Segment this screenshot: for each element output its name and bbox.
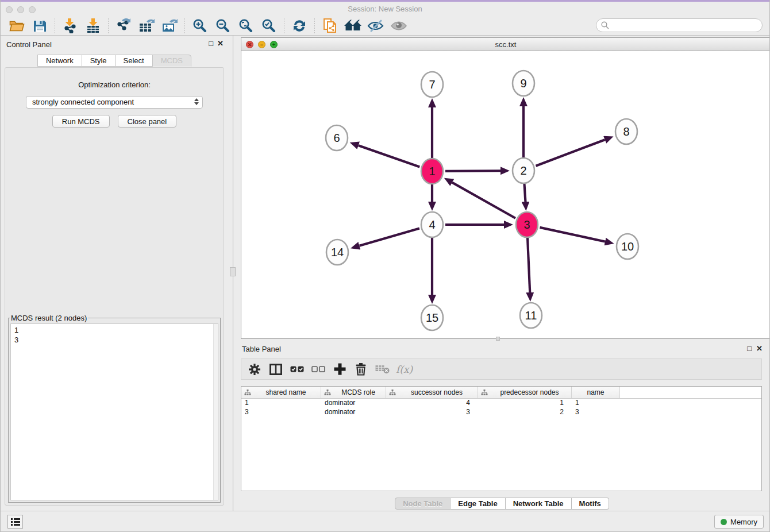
sort-hierarchy-icon [389, 390, 396, 396]
mcds-panel: Optimization criterion: strongly connect… [5, 67, 224, 506]
criterion-dropdown[interactable]: strongly connected component [26, 96, 203, 109]
edge-1-6[interactable] [359, 145, 420, 167]
network-window-titlebar[interactable]: ✕ − + scc.txt [241, 38, 770, 51]
unselect-all-columns-icon[interactable] [310, 361, 327, 377]
export-table-icon[interactable] [137, 17, 156, 34]
table-cell[interactable]: 2 [478, 408, 572, 417]
column-label: name [572, 388, 619, 396]
memory-button[interactable]: Memory [714, 515, 764, 529]
node-table[interactable]: shared nameMCDS rolesuccessor nodesprede… [241, 386, 762, 491]
tab-select[interactable]: Select [116, 55, 153, 67]
table-settings-gear-icon[interactable] [246, 361, 263, 377]
edge-3-1[interactable] [452, 183, 515, 218]
network-window-title: scc.txt [241, 40, 770, 49]
mcds-result-scrollbar[interactable] [213, 324, 218, 500]
edge-1-2[interactable] [445, 171, 500, 171]
tab-node-table[interactable]: Node Table [395, 498, 451, 510]
table-cell[interactable]: 4 [386, 399, 478, 408]
column-header-predecessor-nodes[interactable]: predecessor nodes [478, 387, 572, 398]
graph-node-15[interactable]: 15 [421, 305, 443, 330]
refresh-layout-icon[interactable] [290, 17, 309, 34]
graph-node-11[interactable]: 11 [520, 303, 542, 328]
control-panel-close-icon[interactable]: ✕ [217, 40, 224, 48]
graph-node-6[interactable]: 6 [326, 125, 348, 151]
table-panel-close-icon[interactable]: ✕ [756, 345, 763, 353]
zoom-out-icon[interactable] [213, 17, 233, 34]
graph-node-3[interactable]: 3 [516, 212, 538, 237]
close-panel-button[interactable]: Close panel [118, 115, 177, 128]
edge-3-10[interactable] [540, 228, 605, 242]
table-cell[interactable]: 3 [386, 408, 478, 417]
zoom-fit-icon[interactable] [236, 17, 256, 34]
clone-network-icon[interactable] [320, 17, 340, 34]
criterion-dropdown-value: strongly connected component [32, 98, 134, 106]
table-cell[interactable]: 3 [572, 408, 620, 417]
edge-2-3[interactable] [524, 184, 525, 202]
column-header-name[interactable]: name [572, 387, 620, 398]
sort-hierarchy-icon [481, 390, 488, 396]
node-label: 10 [621, 240, 634, 253]
network-resize-grip[interactable] [496, 337, 500, 341]
show-column-icon[interactable] [267, 361, 284, 377]
mcds-result-area[interactable]: 1 3 [10, 323, 218, 500]
save-session-icon[interactable] [30, 17, 49, 34]
delete-table-icon[interactable] [374, 361, 391, 377]
tab-style[interactable]: Style [82, 55, 116, 67]
function-builder-icon[interactable]: f(x) [396, 364, 413, 375]
first-neighbors-icon[interactable] [343, 17, 363, 34]
control-panel-float-icon[interactable]: □ [209, 40, 213, 48]
import-table-icon[interactable] [83, 17, 103, 34]
network-canvas[interactable]: 7968124314101511 [241, 51, 770, 338]
column-header-MCDS-role[interactable]: MCDS role [321, 387, 386, 398]
select-all-columns-icon[interactable] [288, 361, 306, 377]
tab-network[interactable]: Network [37, 55, 82, 67]
edge-2-8[interactable] [536, 140, 605, 166]
table-cell[interactable]: 3 [241, 408, 321, 417]
table-cell[interactable]: 1 [478, 399, 572, 408]
graph-node-9[interactable]: 9 [513, 71, 534, 96]
graph-node-1[interactable]: 1 [421, 159, 443, 184]
open-session-icon[interactable] [7, 17, 26, 34]
edge-3-11[interactable] [528, 238, 530, 292]
column-header-successor-nodes[interactable]: successor nodes [386, 387, 478, 398]
graph-node-8[interactable]: 8 [615, 119, 637, 144]
tab-motifs[interactable]: Motifs [572, 498, 609, 510]
node-label: 11 [525, 309, 537, 322]
table-panel: Table Panel □ ✕ [233, 342, 770, 511]
export-image-icon[interactable] [160, 17, 179, 34]
tab-network-table[interactable]: Network Table [506, 498, 572, 510]
show-graphics-details-icon[interactable] [389, 17, 409, 34]
table-row[interactable]: 1dominator411 [241, 399, 761, 408]
table-cell[interactable]: dominator [321, 408, 386, 417]
panel-divider-grip[interactable] [230, 267, 236, 276]
create-column-plus-icon[interactable] [331, 361, 348, 377]
delete-column-trash-icon[interactable] [352, 361, 369, 377]
column-label: predecessor nodes [488, 388, 571, 396]
table-cell[interactable]: 1 [572, 399, 620, 408]
search-input[interactable] [611, 20, 762, 30]
table-cell[interactable]: 1 [241, 399, 321, 408]
graph-node-2[interactable]: 2 [513, 158, 534, 183]
table-cell[interactable]: dominator [321, 399, 386, 408]
zoom-selected-icon[interactable] [259, 17, 279, 34]
search-field[interactable] [596, 18, 763, 32]
graph-node-4[interactable]: 4 [421, 212, 443, 237]
node-label: 14 [331, 246, 344, 259]
column-header-shared-name[interactable]: shared name [241, 387, 321, 398]
graph-node-10[interactable]: 10 [617, 234, 638, 259]
run-mcds-button[interactable]: Run MCDS [52, 115, 110, 128]
import-network-icon[interactable] [60, 17, 80, 34]
tab-mcds[interactable]: MCDS [153, 55, 191, 67]
node-label: 9 [520, 77, 526, 90]
tab-edge-table[interactable]: Edge Table [451, 498, 505, 510]
graph-node-7[interactable]: 7 [421, 72, 443, 97]
task-history-button[interactable] [7, 515, 23, 529]
hide-graphics-details-icon[interactable] [366, 17, 386, 34]
edge-4-14[interactable] [359, 228, 419, 245]
table-panel-float-icon[interactable]: □ [747, 345, 752, 353]
table-row[interactable]: 3dominator323 [241, 408, 761, 417]
export-network-icon[interactable] [114, 17, 133, 34]
zoom-in-icon[interactable] [190, 17, 210, 34]
graph-node-14[interactable]: 14 [326, 240, 348, 265]
sort-hierarchy-icon [244, 390, 251, 396]
